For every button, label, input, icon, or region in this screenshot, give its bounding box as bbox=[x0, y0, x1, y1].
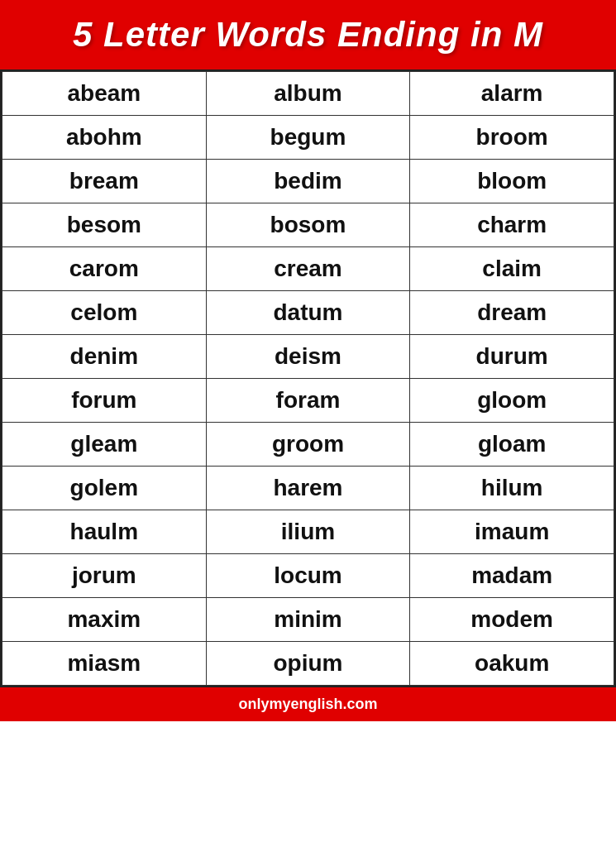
word-cell: golem bbox=[2, 467, 207, 510]
table-row: forumforamgloom bbox=[2, 379, 614, 423]
word-cell: charm bbox=[410, 203, 614, 247]
table-row: breambedimbloom bbox=[2, 160, 614, 203]
word-cell: miasm bbox=[2, 642, 207, 686]
word-cell: durum bbox=[410, 335, 614, 379]
word-cell: ilium bbox=[206, 510, 410, 554]
word-cell: jorum bbox=[2, 554, 207, 598]
word-cell: modem bbox=[410, 598, 614, 642]
word-cell: celom bbox=[2, 291, 207, 335]
word-cell: hilum bbox=[410, 467, 614, 510]
table-row: golemharemhilum bbox=[2, 467, 614, 510]
table-row: abeamalbumalarm bbox=[2, 72, 614, 116]
page-title: 5 Letter Words Ending in M bbox=[17, 15, 599, 55]
word-cell: imaum bbox=[410, 510, 614, 554]
table-row: besombosomcharm bbox=[2, 203, 614, 247]
word-cell: locum bbox=[206, 554, 410, 598]
word-cell: foram bbox=[206, 379, 410, 423]
word-cell: alarm bbox=[410, 72, 614, 116]
word-cell: besom bbox=[2, 203, 207, 247]
table-row: maximminimmodem bbox=[2, 598, 614, 642]
word-cell: bloom bbox=[410, 160, 614, 203]
word-cell: bream bbox=[2, 160, 207, 203]
word-cell: abeam bbox=[2, 72, 207, 116]
word-cell: forum bbox=[2, 379, 207, 423]
footer: onlymyenglish.com bbox=[0, 687, 616, 721]
table-row: gleamgroomgloam bbox=[2, 423, 614, 467]
word-cell: gloom bbox=[410, 379, 614, 423]
word-cell: denim bbox=[2, 335, 207, 379]
word-cell: oakum bbox=[410, 642, 614, 686]
word-cell: datum bbox=[206, 291, 410, 335]
word-cell: album bbox=[206, 72, 410, 116]
footer-url: onlymyenglish.com bbox=[238, 696, 377, 712]
word-cell: bosom bbox=[206, 203, 410, 247]
word-cell: bedim bbox=[206, 160, 410, 203]
word-cell: broom bbox=[410, 116, 614, 160]
table-row: caromcreamclaim bbox=[2, 247, 614, 291]
word-cell: madam bbox=[410, 554, 614, 598]
table-row: denimdeismdurum bbox=[2, 335, 614, 379]
word-cell: harem bbox=[206, 467, 410, 510]
word-cell: abohm bbox=[2, 116, 207, 160]
word-cell: haulm bbox=[2, 510, 207, 554]
table-row: celomdatumdream bbox=[2, 291, 614, 335]
table-row: haulmiliumimaum bbox=[2, 510, 614, 554]
word-cell: deism bbox=[206, 335, 410, 379]
header: 5 Letter Words Ending in M bbox=[0, 0, 616, 69]
word-cell: cream bbox=[206, 247, 410, 291]
word-cell: minim bbox=[206, 598, 410, 642]
word-cell: maxim bbox=[2, 598, 207, 642]
word-cell: begum bbox=[206, 116, 410, 160]
word-cell: dream bbox=[410, 291, 614, 335]
word-cell: claim bbox=[410, 247, 614, 291]
table-row: miasmopiumoakum bbox=[2, 642, 614, 686]
table-row: abohmbegumbroom bbox=[2, 116, 614, 160]
word-cell: gloam bbox=[410, 423, 614, 467]
word-cell: carom bbox=[2, 247, 207, 291]
words-table: abeamalbumalarmabohmbegumbroombreambedim… bbox=[2, 71, 614, 686]
word-cell: gleam bbox=[2, 423, 207, 467]
word-cell: groom bbox=[206, 423, 410, 467]
table-container: abeamalbumalarmabohmbegumbroombreambedim… bbox=[0, 69, 616, 687]
word-cell: opium bbox=[206, 642, 410, 686]
table-row: jorumlocummadam bbox=[2, 554, 614, 598]
